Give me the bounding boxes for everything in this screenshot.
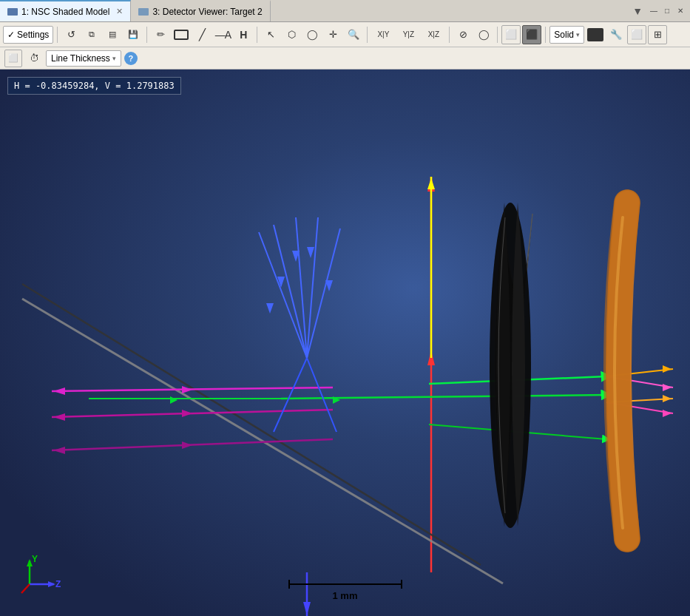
rect-button[interactable] bbox=[174, 30, 189, 40]
transform-button[interactable]: ↖ bbox=[261, 25, 280, 44]
line-thickness-arrow: ▾ bbox=[112, 55, 116, 62]
refresh-button[interactable]: ↺ bbox=[61, 25, 81, 44]
pencil-button[interactable]: ✏ bbox=[151, 25, 170, 44]
text-h-button[interactable]: H bbox=[234, 25, 253, 44]
help-button[interactable]: ? bbox=[124, 52, 138, 65]
tab-close-shaded[interactable]: ✕ bbox=[116, 7, 123, 16]
tab-scroll-arrow[interactable]: ▼ bbox=[628, 5, 647, 17]
svg-rect-0 bbox=[0, 70, 690, 616]
sep-2 bbox=[146, 27, 147, 43]
zoom-button[interactable]: 🔍 bbox=[344, 25, 363, 44]
tab-detector-viewer[interactable]: 3: Detector Viewer: Target 2 bbox=[131, 0, 270, 21]
svg-text:Z: Z bbox=[55, 579, 61, 589]
axis-yz-button[interactable]: Y|Z bbox=[396, 25, 420, 44]
scale-bar: 1 mm bbox=[288, 580, 402, 601]
line-thickness-dropdown[interactable]: Line Thickness ▾ bbox=[46, 50, 121, 67]
scale-tick-right bbox=[401, 580, 402, 589]
solid-dropdown-arrow: ▾ bbox=[576, 31, 580, 38]
help-icon-label: ? bbox=[128, 54, 133, 63]
options-button[interactable]: 🔧 bbox=[606, 25, 626, 44]
scene-svg bbox=[0, 70, 690, 616]
settings-dropdown[interactable]: ✓ Settings bbox=[3, 26, 53, 44]
coord-text: H = -0.83459284, V = 1.2791883 bbox=[14, 81, 175, 91]
maximize-button[interactable]: □ bbox=[660, 4, 674, 18]
axis-xy-button[interactable]: X|Y bbox=[371, 25, 395, 44]
minimize-button[interactable]: — bbox=[647, 4, 660, 18]
tab-nsc-shaded[interactable]: 1: NSC Shaded Model ✕ bbox=[0, 0, 131, 21]
axis-xz-button[interactable]: X|Z bbox=[422, 25, 445, 44]
animation-button[interactable]: ⏱ bbox=[25, 50, 43, 67]
svg-line-54 bbox=[21, 584, 30, 593]
axis-indicator: Y Z bbox=[18, 555, 63, 598]
view-wire-button[interactable]: ⬜ bbox=[501, 25, 521, 44]
color-button[interactable] bbox=[587, 28, 603, 41]
settings-label: Settings bbox=[17, 30, 49, 40]
copy-button[interactable]: ⧉ bbox=[82, 25, 101, 44]
tab-bar: 1: NSC Shaded Model ✕ 3: Detector Viewer… bbox=[0, 0, 690, 22]
scale-label: 1 mm bbox=[333, 590, 358, 601]
line-thickness-label: Line Thickness bbox=[51, 53, 110, 64]
window-controls: — □ ✕ bbox=[647, 4, 690, 18]
sep-1 bbox=[57, 27, 58, 43]
svg-text:Y: Y bbox=[32, 555, 38, 564]
tab-label-detector: 3: Detector Viewer: Target 2 bbox=[152, 7, 262, 17]
scene-icon-button[interactable]: ⬜ bbox=[4, 50, 22, 67]
axis-svg: Y Z bbox=[18, 555, 63, 595]
block2-button[interactable]: ◯ bbox=[474, 25, 493, 44]
sep-4 bbox=[367, 27, 368, 43]
sep-7 bbox=[545, 27, 546, 43]
tab-icon-detector bbox=[138, 8, 149, 16]
save-button[interactable]: 💾 bbox=[124, 25, 143, 44]
scale-line bbox=[288, 580, 402, 589]
line-button[interactable]: ╱ bbox=[192, 25, 212, 44]
move-button[interactable]: ✛ bbox=[323, 25, 342, 44]
svg-marker-52 bbox=[48, 581, 55, 587]
settings-chevron: ✓ bbox=[7, 30, 15, 40]
toolbar-main: ✓ Settings ↺ ⧉ ▤ 💾 ✏ ╱ —A H ↖ ⬡ ◯ ✛ 🔍 X|… bbox=[0, 22, 690, 47]
sep-5 bbox=[449, 27, 450, 43]
coord-display: H = -0.83459284, V = 1.2791883 bbox=[7, 77, 181, 95]
tab-label-shaded: 1: NSC Shaded Model bbox=[21, 7, 109, 17]
close-window-button[interactable]: ✕ bbox=[674, 4, 687, 18]
tab-icon-shaded bbox=[7, 8, 18, 16]
sep-6 bbox=[497, 27, 498, 43]
viewport-3d[interactable]: H = -0.83459284, V = 1.2791883 bbox=[0, 70, 690, 616]
grid-button[interactable]: ⊞ bbox=[648, 25, 667, 44]
toolbar-secondary: ⬜ ⏱ Line Thickness ▾ ? bbox=[0, 47, 690, 70]
solid-label: Solid bbox=[554, 30, 574, 40]
view-shaded-button[interactable]: ⬛ bbox=[522, 25, 541, 44]
sep-3 bbox=[257, 27, 257, 43]
expand-button[interactable]: ⬜ bbox=[627, 25, 646, 44]
print-button[interactable]: ▤ bbox=[103, 25, 122, 44]
mask-button[interactable]: ⬡ bbox=[282, 25, 301, 44]
circle-button[interactable]: ◯ bbox=[302, 25, 322, 44]
block1-button[interactable]: ⊘ bbox=[453, 25, 473, 44]
solid-dropdown[interactable]: Solid ▾ bbox=[549, 26, 584, 44]
dash-line-button[interactable]: —A bbox=[213, 25, 232, 44]
scale-horiz-line bbox=[290, 583, 401, 585]
